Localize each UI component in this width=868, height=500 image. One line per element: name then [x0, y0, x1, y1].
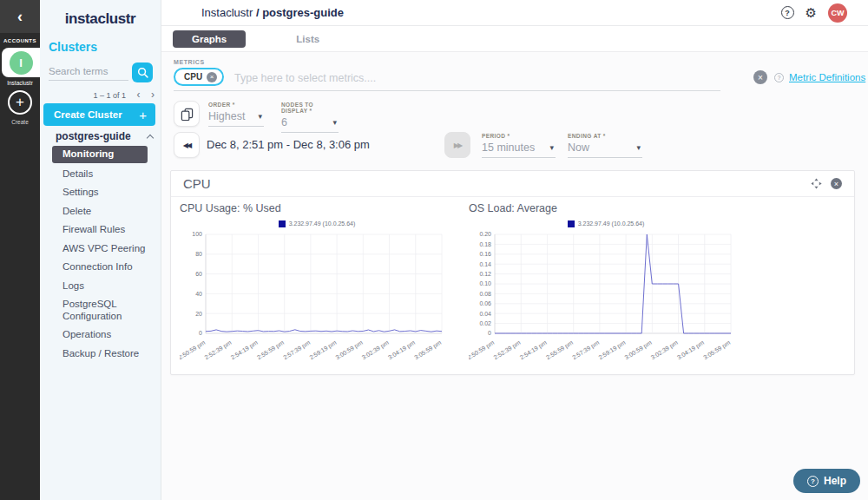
- cluster-sidebar: instaclustr Clusters 1 – 1 of 1 ‹ › Crea…: [40, 0, 161, 500]
- pagination-next-icon[interactable]: ›: [151, 89, 155, 101]
- help-icon[interactable]: ?: [781, 6, 794, 19]
- question-glyph: ?: [811, 477, 815, 485]
- create-account-button[interactable]: +: [8, 90, 32, 115]
- svg-text:0.04: 0.04: [479, 311, 491, 317]
- user-avatar[interactable]: CW: [828, 3, 847, 23]
- nodes-select[interactable]: 6 ▾: [281, 114, 339, 133]
- copy-graphs-button[interactable]: [174, 101, 200, 127]
- breadcrumb-current: postgres-guide: [262, 6, 344, 19]
- collapse-sidebar-button[interactable]: ‹: [0, 0, 40, 33]
- svg-text:2:57:39 pm: 2:57:39 pm: [282, 339, 312, 361]
- metric-chip-cpu[interactable]: CPU ×: [174, 68, 224, 86]
- svg-text:0.10: 0.10: [479, 280, 491, 286]
- plus-icon: +: [139, 108, 147, 122]
- cluster-group-postgres-guide[interactable]: postgres-guide: [56, 130, 153, 142]
- search-icon: [137, 67, 148, 78]
- cluster-name: postgres-guide: [56, 130, 131, 142]
- clusters-heading: Clusters: [49, 40, 161, 54]
- legend-label: 3.232.97.49 (10.0.25.64): [578, 220, 645, 227]
- date-range-text[interactable]: Dec 8, 2:51 pm - Dec 8, 3:06 pm: [207, 132, 370, 158]
- svg-text:0.14: 0.14: [479, 261, 491, 267]
- legend-swatch: [568, 220, 575, 227]
- pagination-prev-icon[interactable]: ‹: [136, 89, 140, 101]
- question-icon: ?: [807, 476, 819, 487]
- plus-icon: +: [16, 94, 24, 111]
- svg-text:2:52:39 pm: 2:52:39 pm: [492, 339, 522, 361]
- svg-text:40: 40: [195, 291, 202, 297]
- cluster-search: [49, 62, 153, 81]
- sidebar-item-details[interactable]: Details: [40, 167, 149, 182]
- create-account-label: Create: [0, 119, 40, 125]
- svg-text:2:55:59 pm: 2:55:59 pm: [545, 339, 575, 361]
- svg-text:3:00:59 pm: 3:00:59 pm: [623, 339, 653, 361]
- svg-text:2:50:59 pm: 2:50:59 pm: [180, 339, 207, 361]
- svg-text:3:02:39 pm: 3:02:39 pm: [361, 339, 391, 361]
- gear-icon[interactable]: ⚙: [806, 6, 817, 19]
- sidebar-item-backup-restore[interactable]: Backup / Restore: [40, 346, 149, 362]
- chevron-down-icon: ▾: [549, 143, 554, 152]
- svg-text:2:59:19 pm: 2:59:19 pm: [308, 339, 338, 361]
- svg-text:0.20: 0.20: [479, 231, 491, 237]
- line-chart: 0204060801002:50:59 pm2:52:39 pm2:54:19 …: [180, 229, 454, 366]
- tab-lists[interactable]: Lists: [280, 30, 335, 48]
- time-back-button[interactable]: ◀◀: [174, 132, 200, 158]
- move-card-icon[interactable]: [811, 178, 822, 189]
- legend-swatch: [279, 220, 286, 227]
- account-tile-instaclustr[interactable]: I: [2, 48, 40, 77]
- question-glyph: ?: [785, 9, 790, 17]
- info-icon: ?: [774, 73, 784, 82]
- period-select[interactable]: 15 minutes ▾: [482, 139, 556, 158]
- ending-at-value: Now: [568, 141, 589, 154]
- svg-text:3:04:19 pm: 3:04:19 pm: [387, 339, 417, 361]
- svg-text:2:54:19 pm: 2:54:19 pm: [230, 339, 260, 361]
- close-card-icon[interactable]: ×: [831, 178, 842, 189]
- create-cluster-button[interactable]: Create Cluster +: [43, 103, 155, 126]
- chart-title: OS Load: Average: [469, 202, 743, 218]
- order-select[interactable]: Highest ▾: [208, 108, 264, 127]
- sidebar-item-delete[interactable]: Delete: [40, 204, 149, 220]
- sidebar-item-firewall-rules[interactable]: Firewall Rules: [40, 222, 149, 238]
- sidebar-item-settings[interactable]: Settings: [40, 185, 149, 201]
- legend-label: 3.232.97.49 (10.0.25.64): [289, 220, 356, 227]
- metric-definitions-link[interactable]: Metric Definitions: [789, 72, 865, 82]
- sidebar-item-operations[interactable]: Operations: [40, 327, 149, 343]
- tab-strip: Graphs Lists: [161, 26, 868, 52]
- breadcrumb: Instaclustr / postgres-guide: [201, 6, 344, 19]
- sidebar-item-postgresql-configuration[interactable]: PostgreSQL Configuration: [40, 297, 149, 324]
- pagination-text: 1 – 1 of 1: [93, 91, 126, 100]
- svg-text:0: 0: [488, 330, 491, 336]
- main-area: Instaclustr / postgres-guide ? ⚙ CW Grap…: [161, 0, 868, 500]
- metrics-input-underline: [174, 90, 720, 91]
- sidebar-item-logs[interactable]: Logs: [40, 279, 149, 294]
- chevron-up-icon: [147, 134, 154, 141]
- period-field: PERIOD * 15 minutes ▾: [482, 133, 556, 158]
- search-button[interactable]: [132, 62, 153, 82]
- chevron-down-icon: ▾: [332, 118, 337, 127]
- question-glyph: ?: [778, 75, 781, 81]
- svg-text:0.16: 0.16: [479, 251, 491, 257]
- chart-title: CPU Usage: % Used: [180, 202, 454, 218]
- pagination: 1 – 1 of 1 ‹ ›: [40, 89, 155, 101]
- help-button[interactable]: ? Help: [793, 469, 860, 493]
- nodes-field: NODES TO DISPLAY * 6 ▾: [281, 102, 339, 133]
- time-forward-button[interactable]: ▶▶: [444, 132, 470, 158]
- remove-chip-icon[interactable]: ×: [207, 72, 217, 82]
- clear-metrics-icon[interactable]: ×: [753, 70, 767, 84]
- sidebar-item-aws-vpc-peering[interactable]: AWS VPC Peering: [40, 241, 149, 257]
- breadcrumb-root[interactable]: Instaclustr: [201, 6, 253, 19]
- search-input[interactable]: [49, 62, 128, 81]
- sidebar-item-monitoring[interactable]: Monitoring: [52, 146, 148, 163]
- svg-text:3:02:39 pm: 3:02:39 pm: [650, 339, 680, 361]
- monitoring-content: METRICS CPU × Type here to select metric…: [161, 52, 868, 500]
- metrics-field-label: METRICS: [174, 59, 205, 65]
- account-avatar: I: [10, 51, 33, 75]
- chevron-down-icon: ▾: [636, 143, 641, 152]
- tab-graphs[interactable]: Graphs: [173, 30, 246, 48]
- svg-text:2:57:39 pm: 2:57:39 pm: [571, 339, 601, 361]
- sidebar-item-connection-info[interactable]: Connection Info: [40, 260, 149, 275]
- period-label: PERIOD *: [482, 133, 556, 139]
- ending-at-select[interactable]: Now ▾: [568, 139, 642, 158]
- fast-forward-icon: ▶▶: [454, 141, 461, 149]
- ending-at-label: ENDING AT *: [568, 133, 642, 139]
- metrics-input[interactable]: Type here to select metrics....: [234, 72, 376, 84]
